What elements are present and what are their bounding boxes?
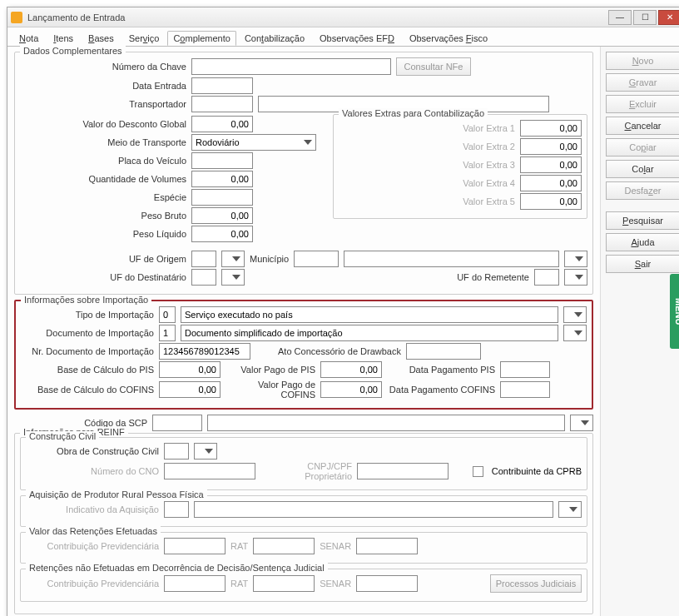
obra-select[interactable] (194, 443, 217, 460)
contrib-prev-1-input (164, 538, 226, 554)
obra-input[interactable] (164, 443, 189, 460)
menu-handle[interactable]: MENU (670, 274, 679, 349)
tipo-import-select[interactable] (563, 306, 587, 323)
senar-1-input (356, 538, 418, 554)
peso-bruto-input[interactable] (191, 207, 253, 224)
window-title: Lançamento de Entrada (27, 12, 608, 22)
base-pis-input[interactable] (159, 361, 221, 378)
tab-nota[interactable]: Nota (12, 31, 45, 46)
rat-1-input (253, 538, 315, 554)
placa-input[interactable] (191, 152, 253, 169)
peso-liquido-input[interactable] (191, 226, 253, 242)
codigo-scp-desc[interactable] (207, 415, 565, 431)
processos-judiciais-button[interactable]: Processos Judiciais (490, 574, 582, 593)
fieldset-retencoes-nao-efetuadas: Retenções não Efetuadas em Decorrência d… (20, 569, 587, 602)
tab-contabilizacao[interactable]: Contabilização (238, 31, 311, 46)
tab-bar: Nota Itens Bases Serviço Complemento Con… (7, 27, 679, 47)
maximize-button[interactable]: ☐ (633, 10, 657, 25)
tab-complemento[interactable]: Complemento (167, 31, 236, 46)
copiar-button[interactable]: Copiar (606, 138, 679, 156)
tab-observacoes-fisco[interactable]: Observações Fisco (403, 31, 494, 46)
tab-itens[interactable]: Itens (47, 31, 80, 46)
num-cno-input (164, 463, 255, 479)
sair-button[interactable]: Sair (606, 255, 679, 273)
valor-extra-4-input[interactable] (520, 175, 582, 191)
consultar-nfe-button[interactable]: Consultar NFe (396, 57, 471, 76)
desconto-global-input[interactable] (191, 116, 253, 132)
numero-chave-input[interactable] (191, 58, 391, 75)
uf-dest-input[interactable] (191, 269, 216, 286)
uf-dest-select[interactable] (221, 269, 245, 286)
indic-aquis-select[interactable] (558, 501, 582, 518)
base-cofins-input[interactable] (159, 381, 221, 398)
valor-extra-1-input[interactable] (520, 120, 582, 137)
uf-origem-input[interactable] (191, 251, 216, 267)
data-pag-pis-input[interactable] (500, 361, 550, 378)
ato-drawback-input[interactable] (406, 343, 481, 360)
uf-rem-input[interactable] (534, 269, 559, 286)
fieldset-reinf: Informações para REINF Construção Civil … (14, 433, 593, 614)
fieldset-aquisicao-produtor: Aquisição de Produtor Rural Pessoa Físic… (20, 495, 587, 527)
valor-pago-pis-input[interactable] (320, 361, 382, 378)
municipio-desc[interactable] (344, 251, 559, 267)
codigo-scp-select[interactable] (570, 415, 593, 431)
tipo-import-desc[interactable] (181, 306, 558, 323)
nr-doc-import-input[interactable] (159, 343, 250, 360)
contrib-prev-2-input (164, 575, 226, 592)
close-button[interactable]: ✕ (658, 10, 679, 25)
tab-servico[interactable]: Serviço (122, 31, 166, 46)
indic-aquis-input (164, 501, 189, 518)
pesquisar-button[interactable]: Pesquisar (606, 211, 679, 230)
doc-import-code[interactable] (159, 325, 176, 341)
fieldset-valores-extras: Valores Extras para Contabilização Valor… (333, 114, 587, 219)
cnpj-input (357, 463, 449, 479)
colar-button[interactable]: Colar (606, 160, 679, 178)
desfazer-button[interactable]: Desfazer (606, 181, 679, 200)
sidebar: Novo Gravar Excluir Cancelar Copiar Cola… (600, 47, 679, 616)
municipio-select[interactable] (564, 251, 587, 267)
doc-import-desc[interactable] (181, 325, 558, 341)
valor-pago-cofins-input[interactable] (320, 381, 382, 398)
fieldset-construcao-civil: Construção Civil Obra de Construção Civi… (20, 437, 587, 490)
qtd-volumes-input[interactable] (191, 171, 253, 187)
meio-transporte-select[interactable]: Rodoviário (191, 134, 316, 151)
valor-extra-3-input[interactable] (520, 156, 582, 173)
valor-extra-2-input[interactable] (520, 138, 582, 155)
doc-import-select[interactable] (563, 325, 587, 341)
fieldset-info-importacao: Informações sobre Importação Tipo de Imp… (14, 300, 593, 410)
app-icon (11, 12, 22, 23)
data-entrada-input[interactable] (191, 77, 253, 94)
cancelar-button[interactable]: Cancelar (606, 117, 679, 135)
tab-bases[interactable]: Bases (82, 31, 121, 46)
data-pag-cofins-input[interactable] (500, 381, 550, 398)
uf-origem-select[interactable] (221, 251, 245, 267)
fieldset-dados-complementares: Dados Complementares Número da Chave Con… (14, 52, 593, 295)
contribuinte-cprb-checkbox[interactable] (473, 466, 483, 477)
rat-2-input (253, 575, 315, 592)
gravar-button[interactable]: Gravar (606, 73, 679, 92)
tipo-import-code[interactable] (159, 306, 176, 323)
senar-2-input (356, 575, 418, 592)
ajuda-button[interactable]: Ajuda (606, 233, 679, 251)
minimize-button[interactable]: — (608, 10, 632, 25)
excluir-button[interactable]: Excluir (606, 95, 679, 113)
transportador-code-input[interactable] (191, 96, 253, 112)
novo-button[interactable]: Novo (606, 52, 679, 70)
tab-observacoes-efd[interactable]: Observações EFD (313, 31, 401, 46)
especie-input[interactable] (191, 189, 253, 206)
fieldset-retencoes-efetuadas: Valor das Retenções Efetuadas Contribuiç… (20, 532, 587, 564)
codigo-scp-input[interactable] (152, 415, 202, 431)
uf-rem-select[interactable] (564, 269, 587, 286)
municipio-input[interactable] (294, 251, 339, 267)
indic-aquis-desc (194, 501, 553, 518)
valor-extra-5-input[interactable] (520, 193, 582, 210)
